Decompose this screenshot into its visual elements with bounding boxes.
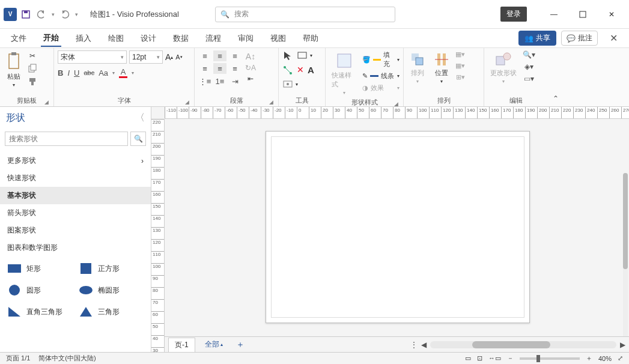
- save-icon[interactable]: [20, 9, 31, 20]
- shape-square[interactable]: 正方形: [79, 262, 144, 275]
- format-painter-icon[interactable]: [28, 77, 37, 86]
- layers-icon[interactable]: ◈▾: [523, 62, 535, 71]
- minimize-button[interactable]: ―: [540, 5, 568, 24]
- select-icon[interactable]: ▭▾: [523, 74, 535, 83]
- zoom-level[interactable]: 40%: [598, 355, 612, 362]
- tab-help[interactable]: 帮助: [300, 31, 321, 46]
- cat-arrow[interactable]: 箭头形状: [0, 204, 151, 222]
- page-indicator[interactable]: 页面 1/1: [6, 354, 30, 363]
- paste-button[interactable]: 粘贴▾: [4, 50, 24, 89]
- presentation-mode-icon[interactable]: ▭: [465, 354, 471, 362]
- horizontal-scrollbar[interactable]: [430, 341, 616, 348]
- shape-rectangle[interactable]: 矩形: [7, 262, 73, 275]
- shape-circle[interactable]: 圆形: [7, 284, 73, 296]
- shrink-font-icon[interactable]: A▾: [175, 53, 182, 61]
- collapse-ribbon-icon[interactable]: ⌃: [548, 48, 564, 106]
- change-case-button[interactable]: Aa: [99, 68, 108, 77]
- tab-review[interactable]: 审阅: [235, 31, 256, 46]
- shapes-search-input[interactable]: [5, 132, 128, 146]
- send-back-icon[interactable]: ▦▾: [455, 62, 465, 70]
- change-shape-button[interactable]: 更改形状▾: [488, 50, 519, 85]
- sheet-menu-icon[interactable]: ⋮: [410, 341, 418, 349]
- sheet-all-button[interactable]: 全部▴: [200, 338, 228, 351]
- bold-button[interactable]: B: [58, 68, 63, 77]
- font-color-button[interactable]: A: [119, 67, 127, 78]
- zoom-slider[interactable]: [520, 357, 580, 360]
- underline-button[interactable]: U: [74, 68, 79, 77]
- bring-front-icon[interactable]: ▦▾: [455, 50, 465, 58]
- undo-icon[interactable]: [36, 9, 47, 20]
- text-tool-icon[interactable]: A: [308, 65, 314, 75]
- font-launcher-icon[interactable]: ◢: [185, 99, 189, 105]
- align-top-left-icon[interactable]: ≡: [198, 50, 211, 61]
- login-button[interactable]: 登录: [500, 7, 527, 22]
- comments-button[interactable]: 💬批注: [561, 31, 598, 46]
- ink-tool-icon[interactable]: ▾: [282, 79, 298, 89]
- font-name-select[interactable]: 宋体▾: [58, 50, 127, 64]
- shape-right-triangle[interactable]: 直角三角形: [7, 306, 73, 318]
- line-button[interactable]: ✎线条▾: [362, 71, 400, 80]
- tab-home[interactable]: 开始: [41, 30, 61, 47]
- text-direction-icon[interactable]: A↕: [245, 52, 256, 61]
- search-box[interactable]: 🔍 搜索: [215, 7, 395, 22]
- tab-design[interactable]: 设计: [138, 31, 159, 46]
- position-button[interactable]: 位置▾: [431, 50, 452, 85]
- shapestyles-launcher-icon[interactable]: ◢: [394, 101, 398, 107]
- strike-button[interactable]: abc: [84, 69, 94, 76]
- scroll-left-icon[interactable]: ◀: [421, 341, 427, 349]
- indent-icon[interactable]: ⇥: [228, 76, 242, 86]
- canvas-area[interactable]: -110-100-90-80-70-60-50-40-30-20-1001020…: [151, 107, 629, 352]
- collapse-shapes-icon[interactable]: 〈: [135, 112, 145, 124]
- shapes-search-go-icon[interactable]: 🔍: [130, 132, 146, 146]
- close-button[interactable]: ✕: [598, 5, 625, 24]
- rotate-text-icon[interactable]: ↻A: [245, 64, 256, 72]
- align-right-icon[interactable]: ≡: [228, 63, 242, 74]
- share-button[interactable]: 👥共享: [518, 31, 556, 46]
- shape-ellipse[interactable]: 椭圆形: [79, 284, 144, 296]
- italic-button[interactable]: I: [67, 68, 70, 77]
- effects-button[interactable]: ◑效果▾: [362, 83, 400, 93]
- outdent-icon[interactable]: ⇤: [245, 74, 256, 83]
- fullscreen-icon[interactable]: ⤢: [618, 354, 623, 362]
- tab-data[interactable]: 数据: [171, 31, 191, 46]
- maximize-button[interactable]: [569, 5, 597, 24]
- align-top-right-icon[interactable]: ≡: [228, 50, 242, 61]
- tab-draw[interactable]: 绘图: [106, 31, 126, 46]
- ribbon-close-icon[interactable]: ✕: [606, 32, 621, 44]
- language-indicator[interactable]: 简体中文(中国大陆): [38, 354, 96, 363]
- vertical-scrollbar[interactable]: [623, 173, 628, 352]
- qat-customize-icon[interactable]: ▾: [75, 11, 78, 17]
- cat-chart[interactable]: 图表和数学图形: [0, 239, 151, 256]
- arrange-button[interactable]: 排列▾: [407, 50, 428, 85]
- cat-pattern[interactable]: 图案形状: [0, 222, 151, 239]
- fit-width-icon[interactable]: ↔▭: [488, 354, 501, 362]
- pointer-tool-icon[interactable]: [282, 50, 293, 61]
- connection-point-icon[interactable]: ✕: [297, 65, 304, 74]
- find-icon[interactable]: 🔍▾: [523, 50, 535, 59]
- drawing-page[interactable]: [266, 131, 530, 323]
- copy-icon[interactable]: [28, 64, 37, 73]
- cut-icon[interactable]: ✂: [28, 52, 37, 60]
- rectangle-tool-icon[interactable]: ▾: [297, 50, 312, 60]
- align-left-icon[interactable]: ≡: [198, 63, 211, 74]
- more-shapes-item[interactable]: 更多形状›: [0, 152, 151, 169]
- zoom-in-icon[interactable]: ＋: [586, 354, 592, 363]
- sheet-add-button[interactable]: ＋: [232, 339, 248, 350]
- shape-triangle[interactable]: 三角形: [79, 306, 144, 318]
- tab-insert[interactable]: 插入: [73, 31, 94, 46]
- fill-button[interactable]: 🪣填充▾: [362, 50, 400, 68]
- scroll-right-icon[interactable]: ▶: [620, 341, 625, 349]
- cat-basic[interactable]: 基本形状: [0, 187, 151, 204]
- zoom-out-icon[interactable]: －: [507, 354, 514, 363]
- grow-font-icon[interactable]: A▴: [165, 52, 173, 62]
- undo-dropdown-icon[interactable]: ▾: [52, 11, 55, 17]
- redo-icon[interactable]: [59, 9, 70, 20]
- font-size-select[interactable]: 12pt▾: [129, 50, 163, 64]
- cat-quick[interactable]: 快速形状: [0, 169, 151, 187]
- connector-tool-icon[interactable]: [282, 65, 293, 76]
- numbering-icon[interactable]: 1≡: [213, 76, 226, 86]
- align-top-center-icon[interactable]: ≡: [213, 50, 226, 61]
- paragraph-launcher-icon[interactable]: ◢: [269, 99, 273, 105]
- quick-styles-button[interactable]: 快速样式▾: [329, 50, 359, 97]
- group-icon[interactable]: ⊞▾: [455, 73, 465, 81]
